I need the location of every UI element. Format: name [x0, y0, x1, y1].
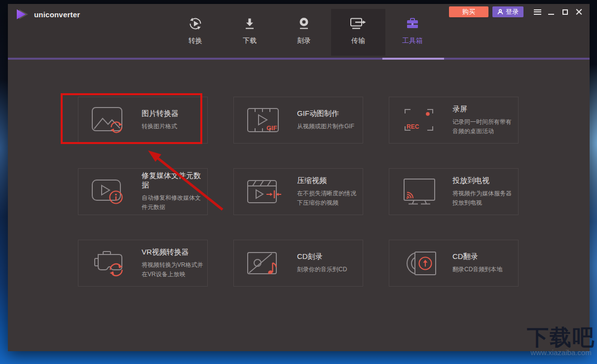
fix-metadata-icon: [91, 176, 127, 208]
convert-icon: [188, 16, 203, 31]
card-title: CD翻录: [452, 252, 502, 261]
close-button[interactable]: [573, 6, 585, 17]
card-title: VR视频转换器: [142, 248, 203, 257]
cd-rip-icon: [402, 248, 438, 279]
buy-button[interactable]: 购买: [449, 6, 488, 17]
card-subtitle: 刻录你的音乐到CD: [297, 265, 347, 274]
app-title: uniconverter: [34, 10, 80, 19]
gif-maker-icon: GIF: [247, 105, 282, 136]
image-converter-icon: [91, 105, 127, 136]
card-title: 修复媒体文件元数据: [142, 171, 203, 190]
app-window: uniconverter 购买 登录: [8, 4, 590, 351]
minimize-button[interactable]: [545, 6, 557, 17]
maximize-button[interactable]: [559, 6, 571, 17]
tab-download[interactable]: 下载: [223, 9, 277, 56]
tool-card-gif-maker[interactable]: GIF GIF动图制作 从视频或图片制作GIF: [233, 97, 363, 144]
play-logo-icon: [15, 8, 30, 20]
tab-transfer[interactable]: 传输: [331, 9, 385, 56]
card-title: 录屏: [452, 105, 514, 114]
desktop-background: uniconverter 购买 登录: [0, 0, 597, 364]
cast-to-tv-icon: [402, 176, 438, 208]
burn-icon: [297, 16, 311, 31]
nav-underline: [8, 58, 590, 60]
minimize-icon: [548, 14, 554, 15]
card-title: 投放到电视: [452, 176, 514, 185]
tool-card-compress-video[interactable]: 压缩视频 在不损失清晰度的情况下压缩你的视频: [233, 168, 363, 215]
transfer-icon: [350, 16, 367, 31]
card-subtitle: 将视频转换为VR格式并在VR设备上放映: [142, 260, 203, 279]
tool-card-cast-to-tv[interactable]: 投放到电视 将视频作为媒体服务器投放到电视: [389, 168, 519, 215]
user-icon: [497, 9, 503, 15]
card-title: 图片转换器: [142, 109, 179, 118]
app-logo: uniconverter: [15, 8, 80, 20]
close-icon: [576, 9, 582, 15]
tool-card-cd-rip[interactable]: CD翻录 翻录CD音频到本地: [389, 240, 519, 287]
main-nav: 转换 下载 刻录: [168, 9, 440, 56]
card-subtitle: 将视频作为媒体服务器投放到电视: [452, 189, 514, 207]
vr-converter-icon: [91, 248, 127, 279]
card-title: GIF动图制作: [297, 109, 354, 118]
svg-text:GIF: GIF: [266, 124, 277, 132]
card-subtitle: 翻录CD音频到本地: [452, 265, 502, 274]
tab-toolbox[interactable]: 工具箱: [385, 9, 440, 56]
maximize-icon: [562, 9, 568, 15]
tool-card-cd-burn[interactable]: CD刻录 刻录你的音乐到CD: [233, 240, 363, 287]
active-tab-underline: [382, 58, 444, 60]
screen-recorder-icon: REC: [402, 105, 438, 136]
toolbox-icon: [405, 16, 420, 31]
login-button[interactable]: 登录: [492, 6, 523, 17]
card-subtitle: 从视频或图片制作GIF: [297, 122, 354, 131]
card-subtitle: 转换图片格式: [142, 122, 179, 131]
tool-card-image-converter[interactable]: 图片转换器 转换图片格式: [78, 97, 208, 144]
tab-burn[interactable]: 刻录: [277, 9, 331, 56]
card-title: 压缩视频: [297, 176, 359, 185]
card-subtitle: 在不损失清晰度的情况下压缩你的视频: [297, 189, 359, 207]
menu-button[interactable]: [531, 6, 543, 17]
cd-burn-icon: [247, 248, 282, 279]
card-subtitle: 自动修复和修改媒体文件元数据: [142, 193, 203, 212]
tab-convert[interactable]: 转换: [168, 9, 223, 56]
toolbox-grid: 图片转换器 转换图片格式 GIF GIF动图制作: [78, 97, 519, 287]
download-icon: [242, 16, 257, 31]
svg-text:REC: REC: [407, 123, 419, 130]
tool-card-vr-converter[interactable]: VR视频转换器 将视频转换为VR格式并在VR设备上放映: [78, 240, 208, 287]
card-subtitle: 记录同一时间所有带有音频的桌面活动: [452, 117, 514, 136]
compress-video-icon: [247, 176, 282, 208]
menu-icon: [534, 9, 541, 15]
card-title: CD刻录: [297, 252, 347, 261]
tool-card-screen-recorder[interactable]: REC 录屏 记录同一时间所有带有音频的桌面活动: [389, 97, 519, 144]
tool-card-fix-metadata[interactable]: 修复媒体文件元数据 自动修复和修改媒体文件元数据: [78, 168, 208, 215]
